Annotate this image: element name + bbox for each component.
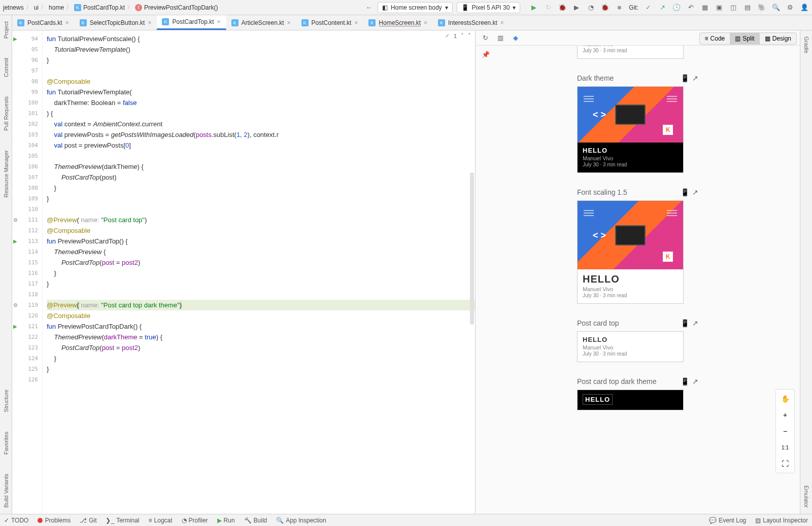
tab-selecttopic[interactable]: KSelectTopicButton.kt× bbox=[75, 16, 157, 29]
bottom-build[interactable]: 🔨Build bbox=[244, 517, 267, 524]
code-line[interactable]: ThemedPreview(darkTheme = true) { bbox=[47, 332, 475, 342]
code-line[interactable]: } bbox=[47, 183, 475, 193]
code-line[interactable]: PostCardTop(post = post2) bbox=[47, 342, 475, 353]
gutter-line[interactable]: 97 bbox=[12, 65, 42, 76]
gutter-line[interactable]: 96 bbox=[12, 55, 42, 65]
code-line[interactable]: } bbox=[47, 353, 475, 364]
resource-manager-icon[interactable]: ◫ bbox=[729, 3, 738, 12]
close-icon[interactable]: × bbox=[424, 19, 427, 26]
zoom-to-fit-icon[interactable]: ⛶ bbox=[779, 458, 791, 470]
history-icon[interactable]: 🕓 bbox=[672, 3, 681, 12]
gutter-line[interactable]: 102 bbox=[12, 119, 42, 129]
coverage-icon[interactable]: ▶ bbox=[572, 3, 581, 12]
code-line[interactable]: @Preview( name: "Post card top") bbox=[47, 215, 475, 225]
code-line[interactable]: } bbox=[47, 193, 475, 204]
rollback-icon[interactable]: ↶ bbox=[686, 3, 695, 12]
code-line[interactable]: } bbox=[47, 278, 475, 289]
preview-card[interactable]: Manuel VivoJuly 30 · 3 min read bbox=[577, 46, 684, 59]
tab-homescreen[interactable]: KHomeScreen.kt× bbox=[363, 16, 433, 29]
gutter-line[interactable]: 105 bbox=[12, 151, 42, 161]
sidebar-gradle[interactable]: Gradle bbox=[803, 34, 809, 55]
gutter-line[interactable]: ▶94 bbox=[12, 33, 42, 44]
preview-card[interactable]: < >KHELLOManuel VivoJuly 30 · 3 min read bbox=[577, 86, 684, 173]
breadcrumb-item[interactable]: ui bbox=[34, 4, 39, 11]
tab-interestsscreen[interactable]: KInterestsScreen.kt× bbox=[433, 16, 510, 29]
code-line[interactable]: fun TutorialPreviewFontscale() { bbox=[47, 33, 475, 44]
code-line[interactable]: PostCardTop(post = post2) bbox=[47, 257, 475, 268]
gutter-line[interactable]: ▶121 bbox=[12, 321, 42, 332]
bottom-git[interactable]: ⎇Git bbox=[80, 517, 96, 524]
chevron-down-icon[interactable]: ˅ bbox=[468, 32, 471, 39]
breadcrumb-item[interactable]: jetnews bbox=[3, 4, 24, 11]
close-icon[interactable]: × bbox=[354, 19, 358, 26]
layout-inspector-icon[interactable]: ▤ bbox=[743, 3, 752, 12]
code-line[interactable]: fun PreviewPostCardTopDark() { bbox=[47, 321, 475, 332]
code-line[interactable]: fun TutorialPreviewTemplate( bbox=[47, 87, 475, 97]
gutter-line[interactable]: 120 bbox=[12, 310, 42, 321]
pan-icon[interactable]: ✋ bbox=[779, 393, 791, 405]
code-line[interactable] bbox=[47, 65, 475, 76]
profile-icon[interactable]: ◔ bbox=[586, 3, 595, 12]
gear-gutter-icon[interactable]: ⚙ bbox=[13, 302, 18, 308]
back-icon[interactable]: ← bbox=[364, 3, 374, 12]
scrollbar[interactable] bbox=[470, 172, 474, 325]
bottom-run[interactable]: ▶Run bbox=[217, 517, 235, 524]
bottom-logcat[interactable]: ≡Logcat bbox=[149, 517, 173, 524]
preview-body[interactable]: Manuel VivoJuly 30 · 3 min readDark them… bbox=[476, 46, 800, 514]
sidebar-build-variants[interactable]: Build Variants bbox=[3, 472, 9, 510]
gutter-line[interactable]: ▶113 bbox=[12, 236, 42, 247]
tab-postcardtop[interactable]: KPostCardTop.kt× bbox=[157, 15, 226, 30]
deploy-icon[interactable]: 📱 bbox=[681, 319, 689, 327]
gutter-line[interactable]: 123 bbox=[12, 342, 42, 353]
bottom-layout-inspector[interactable]: ▤Layout Inspector bbox=[755, 517, 808, 524]
gutter-line[interactable]: 115 bbox=[12, 257, 42, 268]
gutter-line[interactable]: 103 bbox=[12, 129, 42, 140]
gutter-line[interactable]: 112 bbox=[12, 225, 42, 236]
gutter-line[interactable]: 114 bbox=[12, 247, 42, 257]
gutter-line[interactable]: 125 bbox=[12, 364, 42, 374]
gear-gutter-icon[interactable]: ⚙ bbox=[13, 217, 18, 223]
run-config-dropdown[interactable]: ◧ Home screen body ▾ bbox=[378, 2, 453, 13]
stop-icon[interactable]: ■ bbox=[615, 3, 624, 12]
bottom-event-log[interactable]: 💬Event Log bbox=[709, 517, 746, 524]
inspection-check-icon[interactable]: ✓ bbox=[445, 32, 450, 39]
zoom-out-icon[interactable]: − bbox=[779, 425, 791, 437]
code-line[interactable]: } bbox=[47, 364, 475, 374]
gutter-line[interactable]: 104 bbox=[12, 140, 42, 151]
close-icon[interactable]: × bbox=[500, 19, 504, 26]
interactive-icon[interactable]: ↗ bbox=[692, 319, 698, 327]
code-line[interactable]: ThemedPreview { bbox=[47, 247, 475, 257]
sidebar-resource-manager[interactable]: Resource Manager bbox=[3, 148, 9, 200]
sidebar-pull-requests[interactable]: Pull Requests bbox=[3, 94, 9, 133]
run-icon[interactable]: ▶ bbox=[529, 3, 538, 12]
gutter-line[interactable]: 118 bbox=[12, 289, 42, 300]
code-area[interactable]: fun TutorialPreviewFontscale() { Tutoria… bbox=[43, 30, 475, 514]
sidebar-commit[interactable]: Commit bbox=[3, 56, 9, 79]
settings-icon[interactable]: ⚙ bbox=[786, 3, 795, 12]
split-mode-button[interactable]: ▥Split bbox=[730, 33, 759, 44]
code-line[interactable]: val previewPosts = getPostsWithImagesLoa… bbox=[47, 129, 475, 140]
tab-articlescreen[interactable]: KArticleScreen.kt× bbox=[226, 16, 296, 29]
breadcrumb-item[interactable]: PostCardTop.kt bbox=[83, 4, 125, 11]
code-line[interactable]: } bbox=[47, 55, 475, 65]
search-icon[interactable]: 🔍 bbox=[771, 3, 781, 12]
run-gutter-icon[interactable]: ▶ bbox=[13, 238, 17, 244]
gutter-line[interactable]: 107 bbox=[12, 172, 42, 183]
deploy-icon[interactable]: 📱 bbox=[681, 74, 689, 82]
code-line[interactable]: @Composable bbox=[47, 225, 475, 236]
deploy-icon[interactable]: 📱 bbox=[681, 377, 689, 385]
gutter-line[interactable]: 122 bbox=[12, 332, 42, 342]
sidebar-emulator[interactable]: Emulator bbox=[803, 483, 809, 510]
gutter-line[interactable]: 110 bbox=[12, 204, 42, 215]
code-line[interactable]: @Composable bbox=[47, 310, 475, 321]
run-gutter-icon[interactable]: ▶ bbox=[13, 36, 17, 42]
avatar-icon[interactable]: 👤 bbox=[800, 3, 809, 12]
code-line[interactable]: PostCardTop(post) bbox=[47, 172, 475, 183]
gutter-line[interactable]: 98 bbox=[12, 76, 42, 87]
tab-postcards[interactable]: KPostCards.kt× bbox=[12, 16, 75, 29]
run-gutter-icon[interactable]: ▶ bbox=[13, 324, 17, 329]
sdk-manager-icon[interactable]: ▣ bbox=[715, 3, 724, 12]
gutter-line[interactable]: 109 bbox=[12, 193, 42, 204]
apply-changes-icon[interactable]: ↻ bbox=[544, 3, 553, 12]
close-icon[interactable]: × bbox=[287, 19, 291, 26]
